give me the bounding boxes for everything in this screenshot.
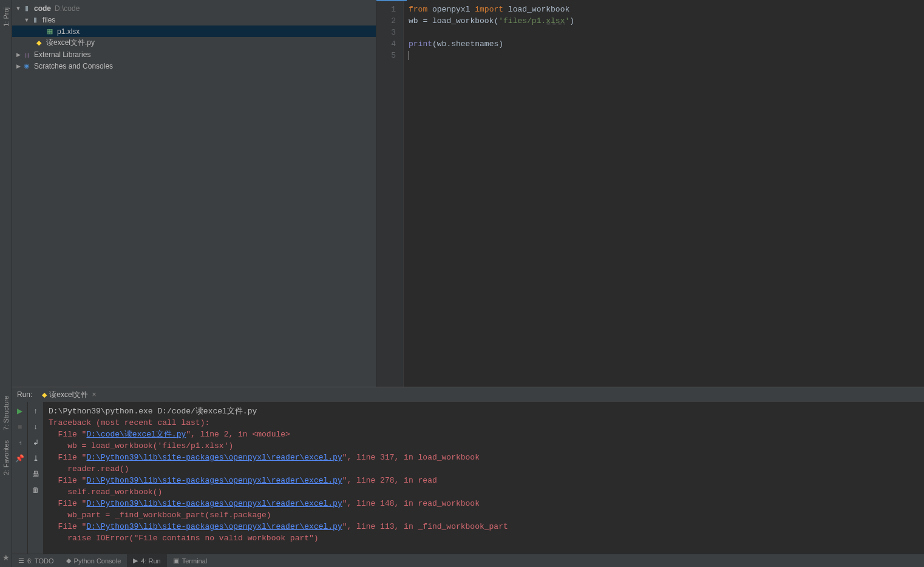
builtin: print <box>409 39 432 49</box>
line-number[interactable]: 1 <box>376 4 396 15</box>
project-tree[interactable]: ▼ ▮ code D:\code ▼ ▮ files ▦ p1.xlsx ◆ 读… <box>12 0 376 387</box>
file-link[interactable]: D:\code\读excel文件.py <box>86 430 186 439</box>
chevron-down-icon[interactable]: ▼ <box>15 5 22 12</box>
line-number[interactable]: 2 <box>376 15 396 27</box>
star-icon: ★ <box>2 553 10 562</box>
print-button[interactable]: 🖶 <box>30 469 41 480</box>
layout-button[interactable]: ⫞ <box>15 437 25 448</box>
run-toolbar-secondary: ↑ ↓ ↲ ⤓ 🖶 🗑 <box>28 402 44 554</box>
tab-label: 6: TODO <box>27 557 54 565</box>
file-link[interactable]: D:\Python39\lib\site-packages\openpyxl\r… <box>86 476 342 485</box>
chevron-right-icon[interactable]: ▶ <box>15 63 22 69</box>
structure-tool-tab[interactable]: 7: Structure <box>2 396 10 430</box>
console-line: File "D:\Python39\lib\site-packages\open… <box>49 499 480 508</box>
line-number[interactable]: 5 <box>376 50 396 61</box>
chevron-down-icon[interactable]: ▼ <box>23 17 30 23</box>
tree-label: code <box>34 4 51 13</box>
python-icon: ◆ <box>42 391 47 399</box>
left-tool-strip: 1: Proj 7: Structure 2: Favorites ★ <box>0 0 12 567</box>
console-line: raise IOError("File contains no valid wo… <box>49 534 319 543</box>
spreadsheet-icon: ▦ <box>45 27 55 36</box>
terminal-icon: ▣ <box>173 557 179 565</box>
tree-external-libraries[interactable]: ▶ ⫼ External Libraries <box>12 49 376 60</box>
identifier: load_workbook <box>503 5 569 14</box>
console-line: Traceback (most recent call last): <box>49 418 209 427</box>
editor-code[interactable]: from openpyxl import load_workbook wb = … <box>404 1 924 387</box>
clear-button[interactable]: 🗑 <box>30 484 41 495</box>
console-line: File "D:\Python39\lib\site-packages\open… <box>49 522 508 531</box>
python-icon: ◆ <box>66 557 71 565</box>
run-tab[interactable]: ◆ 读excel文件 × <box>38 388 100 401</box>
tree-label: files <box>42 16 55 24</box>
code-text: wb = load_workbook( <box>409 16 498 25</box>
tree-scratches[interactable]: ▶ ◉ Scratches and Consoles <box>12 60 376 72</box>
tree-label: External Libraries <box>34 50 90 59</box>
file-link[interactable]: D:\Python39\lib\site-packages\openpyxl\r… <box>86 522 342 531</box>
play-icon: ▶ <box>133 557 138 565</box>
console-line: File "D:\code\读excel文件.py", line 2, in <… <box>49 430 290 439</box>
list-icon: ☰ <box>18 557 24 565</box>
folder-icon: ▮ <box>22 4 32 13</box>
todo-tool-tab[interactable]: ☰ 6: TODO <box>12 554 60 567</box>
terminal-tool-tab[interactable]: ▣ Terminal <box>167 554 214 567</box>
tree-root[interactable]: ▼ ▮ code D:\code <box>12 2 376 14</box>
up-button[interactable]: ↑ <box>30 406 41 416</box>
code-text: (wb.sheetnames) <box>432 39 503 49</box>
scroll-to-end-button[interactable]: ⤓ <box>30 453 41 464</box>
file-link[interactable]: D:\Python39\lib\site-packages\openpyxl\r… <box>86 499 342 508</box>
identifier: openpyxl <box>427 5 475 14</box>
tab-label: Python Console <box>74 557 121 565</box>
text-cursor <box>409 51 409 60</box>
console-line: reader.read() <box>49 464 129 474</box>
tab-label: Terminal <box>182 557 208 565</box>
console-line: wb_part = _find_workbook_part(self.packa… <box>49 511 271 520</box>
tree-label: p1.xlsx <box>57 27 80 36</box>
python-file-icon: ◆ <box>34 38 44 48</box>
close-icon[interactable]: × <box>92 390 96 399</box>
file-link[interactable]: D:\Python39\lib\site-packages\openpyxl\r… <box>86 453 342 462</box>
console-line: self.read_workbook() <box>49 487 162 497</box>
scratches-icon: ◉ <box>22 61 32 71</box>
editor-gutter[interactable]: 1 2 3 4 5 <box>376 1 404 387</box>
rerun-button[interactable]: ▶ <box>15 406 25 416</box>
console-output[interactable]: D:\Python39\python.exe D:/code/读excel文件.… <box>44 402 924 554</box>
stop-button[interactable]: ■ <box>15 421 25 432</box>
run-header: Run: ◆ 读excel文件 × <box>12 387 924 402</box>
tree-file-p1-xlsx[interactable]: ▦ p1.xlsx <box>12 25 376 37</box>
console-line: wb = load_workbook('files/p1.xlsx') <box>49 441 233 450</box>
run-toolbar-primary: ▶ ■ ⫞ 📌 <box>12 402 28 554</box>
tree-file-read-excel-py[interactable]: ◆ 读excel文件.py <box>12 37 376 49</box>
line-number[interactable]: 3 <box>376 27 396 38</box>
python-console-tool-tab[interactable]: ◆ Python Console <box>60 554 127 567</box>
line-number[interactable]: 4 <box>376 38 396 50</box>
run-title: Run: <box>17 390 32 399</box>
bottom-tool-bar: ☰ 6: TODO ◆ Python Console ▶ 4: Run ▣ Te… <box>12 554 924 567</box>
keyword: from <box>409 5 427 14</box>
folder-icon: ▮ <box>30 15 40 25</box>
string: 'files/p1. <box>498 16 546 25</box>
run-tab-label: 读excel文件 <box>49 390 88 400</box>
favorites-tool-tab[interactable]: 2: Favorites <box>2 440 10 475</box>
tree-label: 读excel文件.py <box>46 38 95 48</box>
down-button[interactable]: ↓ <box>30 421 41 432</box>
string: xlsx <box>546 16 565 25</box>
keyword: import <box>475 5 503 14</box>
run-tool-tab[interactable]: ▶ 4: Run <box>127 554 166 567</box>
project-tool-tab[interactable]: 1: Proj <box>2 7 10 27</box>
tree-folder-files[interactable]: ▼ ▮ files <box>12 14 376 25</box>
soft-wrap-button[interactable]: ↲ <box>30 437 41 448</box>
tab-label: 4: Run <box>141 557 160 565</box>
code-text: ) <box>569 16 574 25</box>
editor-area: 1 2 3 4 5 from openpyxl import load_work… <box>376 0 924 387</box>
tree-path: D:\code <box>55 4 80 13</box>
pin-button[interactable]: 📌 <box>15 453 25 464</box>
tree-label: Scratches and Consoles <box>34 62 113 70</box>
library-icon: ⫼ <box>22 50 32 59</box>
console-line: File "D:\Python39\lib\site-packages\open… <box>49 453 480 462</box>
chevron-right-icon[interactable]: ▶ <box>15 52 22 58</box>
run-panel: Run: ◆ 读excel文件 × ▶ ■ ⫞ 📌 ↑ ↓ ↲ ⤓ 🖶 🗑 <box>12 387 924 554</box>
console-line: D:\Python39\python.exe D:/code/读excel文件.… <box>49 407 257 416</box>
console-line: File "D:\Python39\lib\site-packages\open… <box>49 476 437 485</box>
